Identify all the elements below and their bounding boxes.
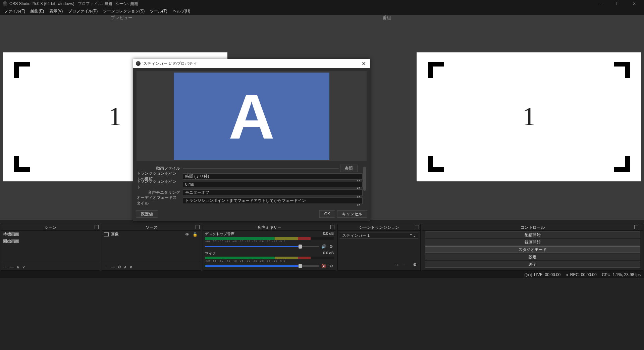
ok-button[interactable]: OK	[319, 210, 335, 218]
live-status: ((●)) LIVE: 00:00:00	[524, 272, 560, 277]
audio-monitoring-select[interactable]: モニターオフ ▴▾	[183, 189, 363, 196]
form-scrollbar[interactable]	[363, 165, 367, 205]
add-scene-button[interactable]: ＋	[3, 264, 7, 270]
menu-view[interactable]: 表示(V)	[47, 8, 65, 15]
mixer-channel: マイク 0.0 dB -60 -55 -50 -45 -40 -35 -30 -…	[203, 250, 336, 270]
window-titlebar: OBS Studio 25.0.8 (64-bit, windows) - プロ…	[0, 0, 644, 7]
statusbar: ((●)) LIVE: 00:00:00 ● REC: 00:00:00 CPU…	[0, 271, 644, 278]
canvas-number: 1	[523, 101, 536, 131]
menu-profile[interactable]: プロファイル(P)	[65, 8, 100, 15]
bracket-icon	[614, 156, 630, 172]
program-label: 番組	[382, 15, 391, 21]
rec-status: ● REC: 00:00:00	[566, 272, 596, 277]
add-transition-button[interactable]: ＋	[393, 261, 401, 268]
transition-point-type-select[interactable]: 時間 (ミリ秒) ▴▾	[183, 173, 363, 180]
remove-source-button[interactable]: —	[111, 265, 115, 269]
channel-level: 0.0 dB	[323, 231, 334, 236]
audio-meter	[205, 257, 334, 259]
popout-icon[interactable]	[196, 225, 200, 229]
spinner-icon: ▴▾	[357, 179, 360, 182]
studio-mode-button[interactable]: スタジオモード	[425, 246, 640, 253]
volume-slider[interactable]	[205, 246, 319, 247]
defaults-button[interactable]: 既定値	[136, 210, 158, 218]
add-source-button[interactable]: ＋	[104, 264, 108, 270]
dialog-close-button[interactable]: ✕	[360, 60, 367, 67]
maximize-button[interactable]: ☐	[613, 1, 622, 6]
menu-file[interactable]: ファイル(F)	[1, 8, 28, 15]
source-item[interactable]: 画像 👁 🔒	[102, 231, 201, 238]
docks-row: シーン 待機画面 開始画面 ＋ — ∧ ∨ ソース 画像 👁 🔒	[0, 224, 644, 271]
menu-tools[interactable]: ツール(T)	[147, 8, 170, 15]
cpu-status: CPU: 1.1%, 23.98 fps	[602, 272, 641, 277]
volume-slider[interactable]	[205, 265, 319, 267]
preview-labels: プレビュー 番組	[0, 15, 644, 22]
scene-up-button[interactable]: ∧	[16, 265, 19, 269]
lock-toggle[interactable]: 🔒	[191, 232, 199, 237]
dock-title-text: 音声ミキサー	[257, 225, 281, 230]
close-button[interactable]: ✕	[630, 1, 639, 6]
video-file-input[interactable]	[183, 168, 339, 169]
spinner-icon: ▴▾	[357, 204, 360, 206]
dock-title-text: シーントランジション	[359, 225, 399, 230]
remove-scene-button[interactable]: —	[10, 265, 14, 269]
source-down-button[interactable]: ∨	[129, 265, 132, 269]
transitions-dock: シーントランジション スティンガー 1 ⌃⌄ ＋ — ⚙	[337, 224, 421, 271]
transition-select[interactable]: スティンガー 1 ⌃⌄	[340, 232, 418, 239]
stinger-letter: A	[228, 80, 274, 153]
menubar: ファイル(F) 編集(E) 表示(V) プロファイル(P) シーンコレクション(…	[0, 7, 644, 15]
gear-icon[interactable]: ⚙	[328, 244, 334, 249]
dialog-titlebar[interactable]: 'スティンガー 1' のプロパティ ✕	[133, 59, 370, 68]
bracket-icon	[14, 62, 30, 78]
scene-item[interactable]: 開始画面	[1, 238, 100, 245]
start-streaming-button[interactable]: 配信開始	[425, 231, 640, 238]
dock-title-text: コントロール	[521, 225, 545, 230]
program-canvas[interactable]: 1	[417, 52, 641, 181]
controls-dock-title: コントロール	[422, 224, 643, 231]
popout-icon[interactable]	[95, 225, 99, 229]
spinner-icon[interactable]: ▴▾	[357, 187, 360, 189]
menu-scene-collection[interactable]: シーンコレクション(S)	[100, 8, 147, 15]
speaker-muted-icon[interactable]: 🔇	[321, 264, 326, 268]
chevron-down-icon: ⌃⌄	[409, 233, 416, 238]
scene-item[interactable]: 待機画面	[1, 231, 100, 238]
start-recording-button[interactable]: 録画開始	[425, 239, 640, 246]
scenes-dock: シーン 待機画面 開始画面 ＋ — ∧ ∨	[1, 224, 100, 271]
bracket-icon	[614, 62, 630, 78]
audio-mixer-dock: 音声ミキサー デスクトップ音声 0.0 dB -60 -55 -50 -45 -…	[203, 224, 336, 271]
menu-help[interactable]: ヘルプ(H)	[170, 8, 193, 15]
cancel-button[interactable]: キャンセル	[337, 210, 367, 218]
source-properties-button[interactable]: ⚙	[117, 265, 121, 269]
mixer-dock-title: 音声ミキサー	[203, 224, 336, 231]
transition-point-label: トランジションポイント	[137, 181, 183, 188]
preview-label: プレビュー	[111, 15, 132, 21]
window-title: OBS Studio 25.0.8 (64-bit, windows) - プロ…	[9, 1, 596, 7]
transition-properties-button[interactable]: ⚙	[411, 261, 418, 268]
popout-icon[interactable]	[330, 225, 334, 229]
menu-edit[interactable]: 編集(E)	[28, 8, 47, 15]
transition-point-input[interactable]: 0 ms ▴▾	[183, 182, 363, 187]
visibility-toggle[interactable]: 👁	[183, 232, 191, 237]
exit-button[interactable]: 終了	[425, 261, 640, 268]
audio-fade-style-select[interactable]: トランジションポイントまでフェードアウトしてからフェードイン ▴▾	[183, 198, 363, 204]
source-up-button[interactable]: ∧	[124, 265, 127, 269]
audio-meter	[205, 237, 334, 240]
mixer-channel: デスクトップ音声 0.0 dB -60 -55 -50 -45 -40 -35 …	[203, 231, 336, 250]
obs-icon	[3, 1, 7, 6]
image-source-icon	[104, 232, 109, 236]
channel-name: デスクトップ音声	[205, 231, 234, 236]
remove-transition-button[interactable]: —	[402, 261, 410, 268]
dock-title-text: ソース	[146, 225, 158, 230]
popout-icon[interactable]	[634, 225, 638, 229]
browse-button[interactable]: 参照	[340, 165, 358, 172]
popout-icon[interactable]	[415, 225, 419, 229]
settings-button[interactable]: 設定	[425, 254, 640, 260]
scrollbar-thumb[interactable]	[363, 167, 366, 191]
meter-ticks: -60 -55 -50 -45 -40 -35 -30 -25 -20 -15 …	[205, 260, 334, 263]
scenes-dock-title: シーン	[1, 224, 100, 231]
minimize-button[interactable]: —	[596, 1, 605, 6]
audio-fade-style-label: オーディオフェードスタイル	[137, 197, 183, 204]
gear-icon[interactable]: ⚙	[328, 264, 334, 268]
record-icon: ●	[566, 272, 568, 277]
speaker-icon[interactable]: 🔊	[321, 244, 326, 249]
scene-down-button[interactable]: ∨	[22, 265, 25, 269]
